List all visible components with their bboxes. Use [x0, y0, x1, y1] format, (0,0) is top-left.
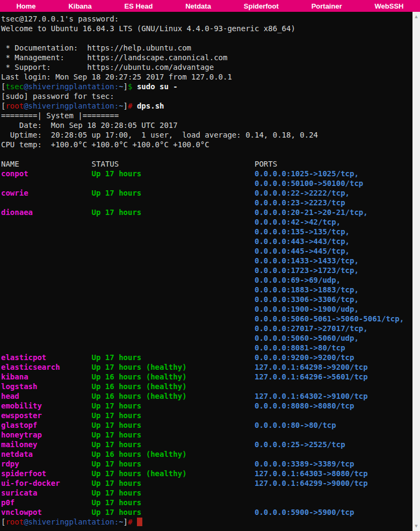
text-segment: ~ [119, 518, 123, 526]
nav-item-netdata[interactable]: Netdata [182, 2, 214, 10]
terminal-line: 0.0.0.0:42->42/tcp, [1, 217, 412, 227]
terminal-line: suricataUp 17 hours [1, 488, 412, 498]
container-ports: 0.0.0.0:23->2223/tcp [255, 198, 345, 207]
column-header-ports: PORTS [255, 160, 277, 168]
container-name: emobility [1, 401, 92, 411]
terminal-line: [tsec@shiveringplantation:~]$ sudo su - [1, 82, 412, 91]
text-segment: tsec@127.0.0.1's password: [1, 15, 119, 23]
terminal-line: p0fUp 17 hours [1, 498, 412, 507]
container-ports: 0.0.0.0:1025->1025/tcp, [255, 169, 359, 178]
terminal-line: honeytrapUp 17 hours [1, 430, 412, 440]
container-ports: 0.0.0.0:445->445/tcp, [255, 247, 350, 255]
terminal-line: tsec@127.0.0.1's password: [1, 14, 412, 24]
container-name: spiderfoot [1, 469, 92, 478]
container-status: Up 17 hours [92, 188, 255, 198]
container-status: Up 16 hours (healthy) [92, 391, 255, 401]
nav-item-home[interactable]: Home [13, 2, 39, 10]
terminal-line: Uptime: 20:28:05 up 17:00, 1 user, load … [1, 130, 412, 140]
scroll-up-icon[interactable]: ▲ [415, 12, 417, 21]
text-segment [132, 518, 136, 526]
container-ports: 0.0.0.0:3306->3306/tcp, [255, 295, 359, 304]
container-ports: 0.0.0.0:1433->1433/tcp, [255, 256, 359, 265]
terminal-line: 0.0.0.0:3306->3306/tcp, [1, 295, 412, 304]
text-segment: * Documentation: https://help.ubuntu.com [1, 44, 191, 52]
container-status: Up 17 hours [92, 440, 255, 449]
container-name: conpot [1, 169, 92, 178]
terminal-line: Welcome to Ubuntu 16.04.3 LTS (GNU/Linux… [1, 24, 412, 33]
text-segment: Last login: Mon Sep 18 20:27:25 2017 fro… [1, 73, 232, 81]
container-ports: 0.0.0.0:443->443/tcp, [255, 237, 350, 246]
text-segment: ] [124, 102, 128, 110]
text-segment: @shiveringplantation: [24, 82, 119, 91]
terminal-line: 0.0.0.0:1723->1723/tcp, [1, 266, 412, 275]
text-segment: * Management: https://landscape.canonica… [1, 53, 227, 62]
container-status: Up 16 hours (healthy) [92, 382, 255, 391]
nav-item-spiderfoot[interactable]: Spiderfoot [241, 2, 282, 10]
terminal-line: * Management: https://landscape.canonica… [1, 53, 412, 62]
container-ports: 0.0.0.0:27017->27017/tcp, [255, 324, 368, 333]
container-ports: 0.0.0.0:9200->9200/tcp [255, 353, 354, 362]
terminal-line: ========| System |======== [1, 111, 412, 120]
terminal-line: 0.0.0.0:1883->1883/tcp, [1, 285, 412, 295]
container-ports: 0.0.0.0:42->42/tcp, [255, 218, 341, 226]
scroll-down-icon[interactable]: ▼ [415, 521, 417, 531]
nav-item-es-head[interactable]: ES Head [121, 2, 156, 10]
terminal-line: [root@shiveringplantation:~]# dps.sh [1, 101, 412, 111]
container-name: logstash [1, 382, 92, 391]
container-name: head [1, 391, 92, 401]
container-ports: 127.0.0.1:64299->9000/tcp [255, 479, 368, 487]
terminal-line: Last login: Mon Sep 18 20:27:25 2017 fro… [1, 72, 412, 82]
terminal-line: CPU temp: +100.0°C +100.0°C +100.0°C +10… [1, 140, 412, 149]
container-name: rdpy [1, 459, 92, 469]
text-segment: ========| System |======== [1, 111, 119, 120]
text-segment: dps.sh [132, 102, 164, 110]
terminal-line: 0.0.0.0:5060->5060/udp, [1, 333, 412, 343]
terminal-line: netdataUp 16 hours (healthy) [1, 449, 412, 459]
terminal-line: mailoneyUp 17 hours0.0.0.0:25->2525/tcp [1, 440, 412, 449]
text-segment: @shiveringplantation: [24, 102, 119, 110]
terminal-line: logstashUp 16 hours (healthy) [1, 382, 412, 391]
container-name: honeytrap [1, 430, 92, 440]
terminal-line: NAMESTATUSPORTS [1, 159, 412, 169]
container-status: Up 17 hours [92, 411, 255, 420]
container-ports: 0.0.0.0:8080->8080/tcp [255, 401, 354, 410]
terminal-line: emobilityUp 17 hours0.0.0.0:8080->8080/t… [1, 401, 412, 411]
terminal-output[interactable]: tsec@127.0.0.1's password:Welcome to Ubu… [0, 12, 412, 531]
terminal-line: elasticpotUp 17 hours0.0.0.0:9200->9200/… [1, 353, 412, 362]
nav-item-portainer[interactable]: Portainer [308, 2, 345, 10]
container-status: Up 17 hours (healthy) [92, 469, 255, 478]
terminal-line: kibanaUp 16 hours (healthy)127.0.0.1:642… [1, 372, 412, 382]
container-ports: 0.0.0.0:5900->5900/tcp [255, 508, 354, 516]
container-name: mailoney [1, 440, 92, 449]
container-ports: 0.0.0.0:1723->1723/tcp, [255, 266, 359, 275]
nav-item-kibana[interactable]: Kibana [65, 2, 95, 10]
container-name: kibana [1, 372, 92, 382]
text-segment: root [5, 102, 24, 110]
container-ports: 0.0.0.0:135->135/tcp, [255, 227, 350, 236]
terminal-line: [root@shiveringplantation:~]# [1, 517, 412, 527]
terminal-line: glastopfUp 17 hours0.0.0.0:80->80/tcp [1, 420, 412, 430]
scrollbar[interactable]: ▲ ▼ [412, 12, 420, 531]
container-status: Up 17 hours [92, 353, 255, 362]
container-status: Up 17 hours [92, 401, 255, 411]
terminal-line: 0.0.0.0:5060-5061->5060-5061/tcp, [1, 314, 412, 324]
terminal-line: 0.0.0.0:27017->27017/tcp, [1, 324, 412, 333]
nav-item-webssh[interactable]: WebSSH [372, 2, 407, 10]
container-ports: 0.0.0.0:25->2525/tcp [255, 440, 345, 449]
terminal-line [1, 33, 412, 43]
container-name: glastopf [1, 420, 92, 430]
text-segment: root [5, 518, 24, 526]
container-status: Up 17 hours [92, 420, 255, 430]
terminal-line: 0.0.0.0:1433->1433/tcp, [1, 256, 412, 266]
container-name: vnclowpot [1, 507, 92, 517]
container-ports: 0.0.0.0:50100->50100/tcp [255, 179, 363, 188]
container-ports: 0.0.0.0:22->2222/tcp, [255, 189, 350, 197]
text-segment: Date: Mon Sep 18 20:28:05 UTC 2017 [1, 121, 178, 130]
terminal-line: rdpyUp 17 hours0.0.0.0:3389->3389/tcp [1, 459, 412, 469]
terminal-line [1, 149, 412, 159]
container-status: Up 17 hours [92, 169, 255, 178]
top-nav: Home Kibana ES Head Netdata Spiderfoot P… [0, 0, 420, 12]
container-status: Up 17 hours [92, 430, 255, 440]
container-name: elasticpot [1, 353, 92, 362]
column-header-status: STATUS [92, 159, 255, 169]
